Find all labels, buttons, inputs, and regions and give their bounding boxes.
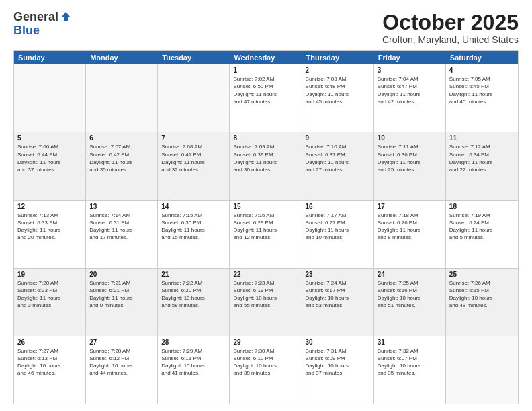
day-info: Sunrise: 7:03 AM Sunset: 6:48 PM Dayligh… [306,75,370,105]
day-cell-2: 2Sunrise: 7:03 AM Sunset: 6:48 PM Daylig… [302,64,374,132]
day-cell-8: 8Sunrise: 7:09 AM Sunset: 6:39 PM Daylig… [230,132,302,199]
day-cell-19: 19Sunrise: 7:20 AM Sunset: 6:23 PM Dayli… [14,269,86,336]
svg-marker-0 [61,12,71,21]
day-cell-24: 24Sunrise: 7:25 AM Sunset: 6:16 PM Dayli… [374,269,446,336]
day-cell-11: 11Sunrise: 7:12 AM Sunset: 6:34 PM Dayli… [446,132,518,199]
day-cell-9: 9Sunrise: 7:10 AM Sunset: 6:37 PM Daylig… [302,132,374,199]
day-info: Sunrise: 7:29 AM Sunset: 6:11 PM Dayligh… [161,347,226,377]
day-info: Sunrise: 7:02 AM Sunset: 6:50 PM Dayligh… [233,75,298,105]
day-info: Sunrise: 7:19 AM Sunset: 6:24 PM Dayligh… [449,212,515,242]
page: General Blue October 2025 Crofton, Maryl… [0,0,532,411]
day-number: 30 [306,338,370,346]
day-number: 7 [161,134,226,142]
day-number: 16 [306,203,370,210]
day-info: Sunrise: 7:27 AM Sunset: 6:13 PM Dayligh… [17,347,82,377]
day-number: 18 [449,203,515,210]
day-number: 5 [17,134,82,142]
day-cell-7: 7Sunrise: 7:08 AM Sunset: 6:41 PM Daylig… [158,132,230,199]
day-info: Sunrise: 7:30 AM Sunset: 6:10 PM Dayligh… [233,347,298,377]
day-cell-13: 13Sunrise: 7:14 AM Sunset: 6:31 PM Dayli… [86,201,158,268]
day-cell-16: 16Sunrise: 7:17 AM Sunset: 6:27 PM Dayli… [302,201,374,268]
day-cell-10: 10Sunrise: 7:11 AM Sunset: 6:36 PM Dayli… [374,132,446,199]
calendar-row-3: 19Sunrise: 7:20 AM Sunset: 6:23 PM Dayli… [14,268,518,336]
title-block: October 2025 Crofton, Maryland, United S… [382,11,519,45]
day-cell-14: 14Sunrise: 7:15 AM Sunset: 6:30 PM Dayli… [158,201,230,268]
day-cell-29: 29Sunrise: 7:30 AM Sunset: 6:10 PM Dayli… [230,336,302,404]
header-day-sunday: Sunday [14,51,86,64]
logo: General Blue [13,11,72,38]
calendar-row-4: 26Sunrise: 7:27 AM Sunset: 6:13 PM Dayli… [14,336,518,404]
day-cell-17: 17Sunrise: 7:18 AM Sunset: 6:26 PM Dayli… [374,201,446,268]
day-number: 12 [17,203,82,210]
day-number: 17 [378,203,442,210]
day-number: 10 [378,134,442,142]
logo-blue-text: Blue [13,24,40,38]
day-info: Sunrise: 7:11 AM Sunset: 6:36 PM Dayligh… [378,143,442,173]
day-cell-6: 6Sunrise: 7:07 AM Sunset: 6:42 PM Daylig… [86,132,158,199]
day-info: Sunrise: 7:05 AM Sunset: 6:45 PM Dayligh… [449,75,515,105]
day-cell-5: 5Sunrise: 7:06 AM Sunset: 6:44 PM Daylig… [14,132,86,199]
day-number: 15 [233,203,298,210]
day-cell-21: 21Sunrise: 7:22 AM Sunset: 6:20 PM Dayli… [158,269,230,336]
day-cell-28: 28Sunrise: 7:29 AM Sunset: 6:11 PM Dayli… [158,336,230,404]
empty-cell-0-2 [158,64,230,132]
day-number: 25 [449,271,515,278]
day-info: Sunrise: 7:22 AM Sunset: 6:20 PM Dayligh… [161,279,226,310]
day-info: Sunrise: 7:10 AM Sunset: 6:37 PM Dayligh… [306,143,370,173]
day-number: 1 [233,66,298,74]
month-title: October 2025 [382,11,519,34]
day-info: Sunrise: 7:04 AM Sunset: 6:47 PM Dayligh… [378,75,442,105]
calendar-row-2: 12Sunrise: 7:13 AM Sunset: 6:33 PM Dayli… [14,200,518,268]
day-info: Sunrise: 7:17 AM Sunset: 6:27 PM Dayligh… [306,212,370,242]
calendar-row-1: 5Sunrise: 7:06 AM Sunset: 6:44 PM Daylig… [14,132,518,199]
day-info: Sunrise: 7:08 AM Sunset: 6:41 PM Dayligh… [161,143,226,173]
day-number: 9 [306,134,370,142]
header-day-wednesday: Wednesday [230,51,302,64]
day-info: Sunrise: 7:20 AM Sunset: 6:23 PM Dayligh… [17,279,82,310]
day-cell-30: 30Sunrise: 7:31 AM Sunset: 6:09 PM Dayli… [302,336,374,404]
logo-icon [60,11,72,23]
day-number: 4 [449,66,515,74]
day-info: Sunrise: 7:12 AM Sunset: 6:34 PM Dayligh… [449,143,515,173]
day-cell-27: 27Sunrise: 7:28 AM Sunset: 6:12 PM Dayli… [86,336,158,404]
day-number: 29 [233,338,298,346]
day-info: Sunrise: 7:21 AM Sunset: 6:21 PM Dayligh… [89,279,154,310]
day-number: 2 [306,66,370,74]
day-cell-18: 18Sunrise: 7:19 AM Sunset: 6:24 PM Dayli… [446,201,518,268]
day-info: Sunrise: 7:32 AM Sunset: 6:07 PM Dayligh… [378,347,442,377]
day-number: 31 [378,338,442,346]
day-number: 28 [161,338,226,346]
calendar: SundayMondayTuesdayWednesdayThursdayFrid… [13,50,519,404]
day-info: Sunrise: 7:06 AM Sunset: 6:44 PM Dayligh… [17,143,82,173]
calendar-body: 1Sunrise: 7:02 AM Sunset: 6:50 PM Daylig… [14,64,518,404]
day-number: 23 [306,271,370,278]
header-day-monday: Monday [86,51,158,64]
day-info: Sunrise: 7:07 AM Sunset: 6:42 PM Dayligh… [89,143,154,173]
day-info: Sunrise: 7:26 AM Sunset: 6:15 PM Dayligh… [449,279,515,310]
day-cell-31: 31Sunrise: 7:32 AM Sunset: 6:07 PM Dayli… [374,336,446,404]
day-info: Sunrise: 7:15 AM Sunset: 6:30 PM Dayligh… [161,212,226,242]
day-cell-20: 20Sunrise: 7:21 AM Sunset: 6:21 PM Dayli… [86,269,158,336]
day-cell-1: 1Sunrise: 7:02 AM Sunset: 6:50 PM Daylig… [230,64,302,132]
header-day-saturday: Saturday [446,51,518,64]
header: General Blue October 2025 Crofton, Maryl… [13,11,519,45]
header-day-friday: Friday [374,51,446,64]
calendar-header: SundayMondayTuesdayWednesdayThursdayFrid… [14,51,518,64]
day-cell-15: 15Sunrise: 7:16 AM Sunset: 6:29 PM Dayli… [230,201,302,268]
day-cell-26: 26Sunrise: 7:27 AM Sunset: 6:13 PM Dayli… [14,336,86,404]
day-info: Sunrise: 7:14 AM Sunset: 6:31 PM Dayligh… [89,212,154,242]
day-number: 6 [89,134,154,142]
logo-general-text: General [13,11,58,24]
day-info: Sunrise: 7:23 AM Sunset: 6:19 PM Dayligh… [233,279,298,310]
day-number: 27 [89,338,154,346]
day-cell-3: 3Sunrise: 7:04 AM Sunset: 6:47 PM Daylig… [374,64,446,132]
day-number: 20 [89,271,154,278]
day-cell-4: 4Sunrise: 7:05 AM Sunset: 6:45 PM Daylig… [446,64,518,132]
day-cell-12: 12Sunrise: 7:13 AM Sunset: 6:33 PM Dayli… [14,201,86,268]
day-number: 13 [89,203,154,210]
day-number: 3 [378,66,442,74]
day-cell-22: 22Sunrise: 7:23 AM Sunset: 6:19 PM Dayli… [230,269,302,336]
calendar-row-0: 1Sunrise: 7:02 AM Sunset: 6:50 PM Daylig… [14,64,518,132]
day-info: Sunrise: 7:09 AM Sunset: 6:39 PM Dayligh… [233,143,298,173]
location: Crofton, Maryland, United States [382,34,519,45]
